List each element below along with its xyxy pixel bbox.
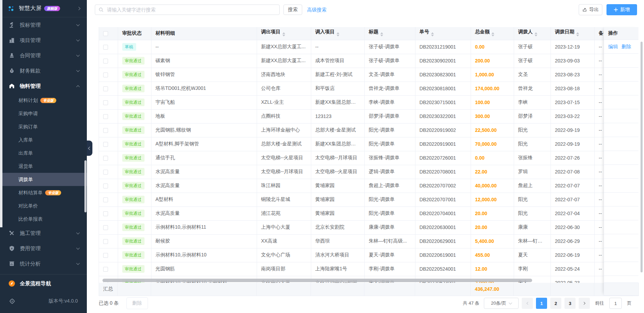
cell-in-project: 总部大楼-金星测试 [311, 123, 364, 137]
horizontal-scrollbar-thumb[interactable] [102, 279, 532, 282]
row-checkbox[interactable] [103, 170, 108, 175]
search-box [95, 5, 280, 15]
page-size-select[interactable]: 20条/页 [484, 298, 519, 309]
sidebar-subitem-出库单[interactable]: 出库单 [0, 146, 87, 160]
col-in-project[interactable]: 调入项目 [311, 27, 364, 40]
sort-icon[interactable] [380, 31, 383, 38]
col-person[interactable]: 调拨人 [514, 27, 551, 40]
cell-in-project: 太空电梯--月球项目 [311, 151, 364, 165]
cell-in-project: 黄埔家园 [311, 193, 364, 206]
page-button-2[interactable]: 2 [550, 298, 561, 309]
edit-link[interactable]: 编辑 [608, 44, 618, 50]
status-badge: 审批通过 [122, 168, 145, 176]
row-checkbox[interactable] [103, 128, 108, 133]
row-checkbox[interactable] [103, 142, 108, 147]
col-out-project[interactable]: 调出项目 [257, 27, 311, 40]
row-checkbox[interactable] [103, 267, 108, 272]
prev-page-button[interactable] [522, 298, 533, 309]
advanced-search-link[interactable]: 高级搜索 [307, 7, 327, 13]
operation-cell [604, 179, 638, 193]
row-checkbox[interactable] [103, 197, 108, 202]
page-button-1[interactable]: 1 [536, 298, 547, 309]
gear-icon[interactable] [9, 298, 15, 304]
sidebar-scrollbar-thumb[interactable] [84, 160, 86, 212]
row-checkbox[interactable] [103, 45, 108, 50]
cell-order-no: DB20220704001 [415, 206, 471, 220]
sort-icon[interactable] [282, 31, 285, 38]
sidebar-subitem-label: 采购申请 [18, 107, 38, 120]
delete-link[interactable]: 删除 [621, 44, 631, 50]
sidebar-item-物料管理[interactable]: 物料管理 [0, 78, 87, 94]
add-button[interactable]: 新增 [606, 4, 637, 15]
sort-icon[interactable] [535, 31, 537, 38]
search-input[interactable] [106, 7, 276, 13]
page-button-3[interactable]: 3 [564, 298, 576, 309]
vertical-scrollbar-thumb[interactable] [641, 42, 643, 272]
sidebar-subitem-采购订单[interactable]: 采购订单 [0, 120, 87, 133]
delete-button[interactable]: 删除 [126, 297, 148, 309]
sidebar-subitem-调拨单[interactable]: 调拨单 [0, 173, 87, 186]
row-checkbox[interactable] [103, 225, 108, 230]
row-checkbox[interactable] [103, 211, 108, 216]
row-checkbox[interactable] [103, 253, 108, 258]
sidebar-item-项目管理[interactable]: 项目管理 [0, 33, 87, 48]
status-badge: 审批通过 [122, 126, 145, 134]
sidebar-item-合同管理[interactable]: 合同管理 [0, 48, 87, 63]
cell-in-project: 新建XX集团总部工程 [311, 137, 364, 151]
row-checkbox[interactable] [103, 100, 108, 105]
table-row: 审批通过 光圆钢筋 南岗项目部 上海陆家嘴1号 李刚-调拨单 DB2022052… [99, 262, 638, 276]
sidebar-subitem-比价单报表[interactable]: 比价单报表 [0, 212, 87, 226]
row-checkbox[interactable] [103, 59, 108, 64]
search-button[interactable]: 搜索 [283, 5, 302, 15]
cell-date: 2022-07-08 [551, 165, 594, 179]
sidebar-subitem-退货单[interactable]: 退货单 [0, 160, 87, 173]
cell-in-project: 黄埔家园 [311, 179, 364, 193]
sidebar-subitem-采购申请[interactable]: 采购申请 [0, 107, 87, 120]
operation-cell [604, 276, 638, 283]
sidebar-item-施工管理[interactable]: 施工管理 [0, 226, 87, 241]
cell-date: 2022-06-30 [551, 220, 594, 234]
table-row: 审批通过 耐候胶 XX高速 华西坝 朱林—钉钉高级... DB202206290… [99, 234, 638, 248]
sort-icon[interactable] [337, 31, 339, 38]
row-checkbox[interactable] [103, 86, 108, 91]
sidebar-item-财务账款[interactable]: ¥ 财务账款 [0, 63, 87, 78]
cell-out-project: 上海中心大厦 [257, 220, 311, 234]
sidebar-item-费用管理[interactable]: ¥ 费用管理 [0, 241, 87, 256]
cell-date: 2023-03-22 [551, 109, 594, 123]
col-amount[interactable]: 总金额 [471, 27, 514, 40]
cell-amount: 40,000.00 [471, 179, 514, 193]
sidebar-subitem-对比单价[interactable]: 对比单价 [0, 199, 87, 212]
sidebar-subitem-入库单[interactable]: 入库单 [0, 133, 87, 146]
sidebar-subitem-材料计划[interactable]: 材料计划 专业版 [0, 94, 87, 107]
export-button[interactable]: 导出 [579, 4, 602, 15]
sidebar-logo-row[interactable]: 智慧大屏 旗舰版 [0, 0, 87, 17]
sort-icon[interactable] [492, 31, 494, 38]
sidebar-collapse-button[interactable] [87, 141, 92, 156]
sidebar-item-统计分析[interactable]: 统计分析 [0, 256, 87, 271]
row-checkbox[interactable] [103, 184, 108, 188]
cell-person: 阳光 [514, 123, 551, 137]
cell-amount: 1,000.00 [471, 68, 514, 82]
select-all-checkbox[interactable] [103, 31, 108, 36]
row-checkbox[interactable] [103, 239, 108, 244]
row-checkbox[interactable] [103, 156, 108, 161]
sidebar-item-panorama-nav[interactable]: 全景流程导航 [0, 274, 87, 293]
cell-date: 2022-07-04 [551, 206, 594, 220]
status-badge: 审批通过 [122, 237, 145, 245]
row-checkbox[interactable] [103, 73, 108, 77]
left-scrollbar-track[interactable] [0, 0, 2, 227]
table-row: 审批通过 A型材料,脚手架钢管 总部大楼-金星测试 新建XX集团总部工程 阳光-… [99, 137, 638, 151]
col-order-no[interactable]: 单号 [415, 27, 471, 40]
sidebar-subitem-材料结算单[interactable]: 材料结算单 专业版 [0, 186, 87, 199]
sidebar-item-投标管理[interactable]: 投标管理 [0, 17, 87, 33]
cell-date: 2023-09-03 [551, 54, 594, 68]
sort-icon[interactable] [576, 31, 579, 38]
goto-page-input[interactable] [609, 298, 622, 309]
row-checkbox[interactable] [103, 114, 108, 119]
next-page-button[interactable] [579, 298, 590, 309]
col-title[interactable]: 标题 [364, 27, 415, 40]
cell-in-project: 清水河大桥项目 [311, 248, 364, 262]
sort-icon[interactable] [431, 31, 434, 38]
col-date[interactable]: 调拨日期 [551, 27, 594, 40]
cell-out-project: 上海环球金融中心 [257, 123, 311, 137]
